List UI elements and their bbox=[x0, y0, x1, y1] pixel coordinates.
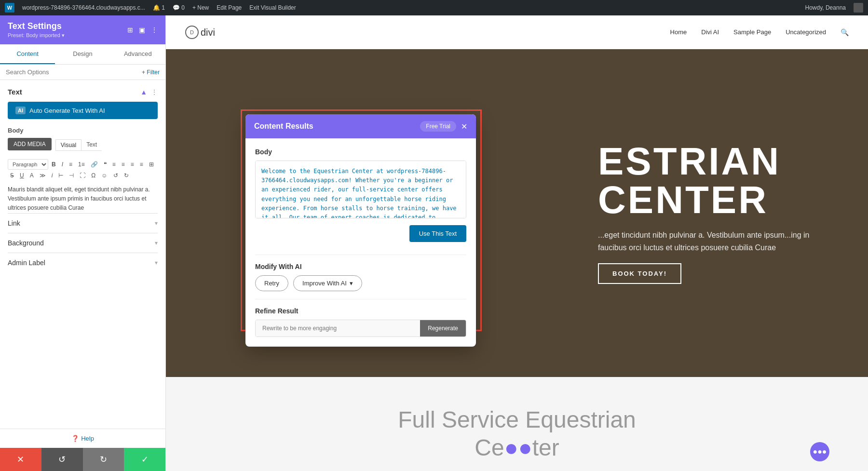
content-area: D divi Home Divi AI Sample Page Uncatego… bbox=[166, 15, 868, 471]
regenerate-button[interactable]: Regenerate bbox=[420, 320, 466, 336]
howdy-text: Howdy, Deanna bbox=[805, 4, 846, 11]
ai-chat-bubble[interactable]: ●●● bbox=[810, 442, 829, 461]
table-button[interactable]: ⊞ bbox=[147, 159, 156, 170]
save-button[interactable]: ✓ bbox=[124, 448, 165, 471]
modal-body-label: Body bbox=[255, 148, 466, 156]
italic2-button[interactable]: i bbox=[49, 171, 55, 180]
ai-badge-icon: AI bbox=[15, 107, 26, 114]
indent-button[interactable]: ⊢ bbox=[56, 171, 66, 180]
body-label: Body bbox=[8, 127, 158, 134]
tab-design[interactable]: Design bbox=[55, 44, 110, 64]
help-link[interactable]: ❓ Help bbox=[8, 435, 158, 442]
quote-button[interactable]: ❝ bbox=[101, 159, 109, 170]
exit-builder-link[interactable]: Exit Visual Builder bbox=[249, 4, 296, 11]
redo-button[interactable]: ↻ bbox=[122, 171, 131, 180]
improve-label: Improve With AI bbox=[302, 280, 347, 287]
section-collapse-icon[interactable]: ▲ bbox=[140, 88, 147, 96]
modal-divider bbox=[255, 255, 466, 255]
emoji-button[interactable]: ☺ bbox=[99, 171, 109, 180]
help-icon: ❓ bbox=[71, 435, 79, 442]
undo-icon: ↺ bbox=[58, 454, 66, 465]
message-count: 💬 0 bbox=[173, 4, 185, 11]
unordered-list-button[interactable]: ≡ bbox=[67, 159, 75, 170]
use-this-text-button[interactable]: Use This Text bbox=[409, 225, 466, 242]
ordered-list-button[interactable]: 1≡ bbox=[76, 159, 87, 170]
ai-generated-text-area[interactable]: Welcome to the Equestrian Center at word… bbox=[255, 161, 466, 218]
link-button[interactable]: 🔗 bbox=[88, 159, 100, 170]
bold-button[interactable]: B bbox=[49, 159, 58, 170]
nav-link-home[interactable]: Home bbox=[670, 28, 687, 36]
search-icon[interactable]: 🔍 bbox=[841, 28, 849, 36]
link-section[interactable]: Link ▾ bbox=[8, 213, 158, 233]
align-left-button[interactable]: ≡ bbox=[110, 159, 118, 170]
nav-link-uncategorized[interactable]: Uncategorized bbox=[786, 28, 826, 36]
search-input[interactable] bbox=[6, 68, 138, 76]
align-right-button[interactable]: ≡ bbox=[128, 159, 136, 170]
tab-visual[interactable]: Visual bbox=[55, 139, 81, 150]
italic-button[interactable]: I bbox=[59, 159, 66, 170]
modal-header-right: Free Trial ✕ bbox=[420, 121, 467, 132]
align-center-button[interactable]: ≡ bbox=[119, 159, 127, 170]
divi-logo: D divi bbox=[185, 26, 215, 39]
modal-header: Content Results Free Trial ✕ bbox=[245, 114, 476, 138]
new-content-link[interactable]: + New bbox=[192, 4, 209, 11]
modify-buttons: Retry Improve With AI ▾ bbox=[255, 275, 466, 291]
strikethrough-button[interactable]: S̶ bbox=[8, 171, 16, 180]
ai-generate-button[interactable]: AI Auto Generate Text With AI bbox=[8, 102, 158, 119]
tab-text[interactable]: Text bbox=[81, 139, 102, 150]
background-section[interactable]: Background ▾ bbox=[8, 233, 158, 253]
editor-toolbar: Paragraph B I ≡ 1≡ 🔗 ❝ ≡ ≡ ≡ ≡ ⊞ S̶ U A … bbox=[8, 159, 158, 180]
admin-label-section[interactable]: Admin Label ▾ bbox=[8, 253, 158, 272]
tab-advanced[interactable]: Advanced bbox=[110, 44, 165, 64]
wp-logo-icon[interactable]: W bbox=[5, 3, 14, 13]
undo-button[interactable]: ↺ bbox=[111, 171, 121, 180]
more-toolbar-button[interactable]: ≫ bbox=[37, 171, 48, 180]
filter-button[interactable]: + Filter bbox=[142, 69, 160, 76]
refine-input-row: Regenerate bbox=[255, 320, 466, 337]
layout-icon[interactable]: ▣ bbox=[139, 26, 145, 34]
redo-button[interactable]: ↻ bbox=[83, 448, 124, 471]
search-bar: + Filter bbox=[0, 65, 165, 80]
help-label: Help bbox=[81, 435, 94, 442]
more-icon[interactable]: ⋮ bbox=[151, 26, 158, 34]
tab-content[interactable]: Content bbox=[0, 44, 55, 64]
sidebar-tabs: Content Design Advanced bbox=[0, 44, 165, 65]
color-button[interactable]: A bbox=[27, 171, 36, 180]
content-results-modal: Content Results Free Trial ✕ Body Welcom… bbox=[245, 114, 476, 347]
book-button[interactable]: BOOK TODAY! bbox=[598, 263, 681, 284]
refine-input[interactable] bbox=[256, 320, 420, 336]
sidebar-header: Text Settings Preset: Body imported ▾ ⊞ … bbox=[0, 15, 165, 44]
site-name: wordpress-784896-3766464.cloudwaysapps.c… bbox=[22, 4, 145, 11]
cancel-button[interactable]: ✕ bbox=[0, 448, 41, 471]
body-text-content: Mauris blandit aliquet elit, eget tincid… bbox=[8, 185, 158, 213]
undo-button[interactable]: ↺ bbox=[41, 448, 83, 471]
settings-sidebar: Text Settings Preset: Body imported ▾ ⊞ … bbox=[0, 15, 166, 471]
section-menu-icon[interactable]: ⋮ bbox=[151, 88, 158, 96]
logo-circle-icon: D bbox=[185, 26, 199, 39]
underline-button[interactable]: U bbox=[17, 171, 27, 180]
admin-label-section-label: Admin Label bbox=[8, 259, 45, 267]
logo-text: divi bbox=[201, 27, 215, 38]
hero-text: ESTRIANCENTER ...eget tincidunt nibh pul… bbox=[598, 142, 839, 284]
below-hero-title: Full Service EquestrianCe●●ter bbox=[195, 406, 839, 461]
edit-page-link[interactable]: Edit Page bbox=[217, 4, 242, 11]
text-section-title: Text bbox=[8, 88, 22, 96]
align-justify-button[interactable]: ≡ bbox=[137, 159, 146, 170]
nav-link-divi-ai[interactable]: Divi AI bbox=[701, 28, 719, 36]
fullscreen-button[interactable]: ⛶ bbox=[77, 171, 88, 180]
special-char-button[interactable]: Ω bbox=[89, 171, 98, 180]
add-media-button[interactable]: ADD MEDIA bbox=[8, 138, 52, 150]
nav-link-sample-page[interactable]: Sample Page bbox=[733, 28, 771, 36]
background-section-label: Background bbox=[8, 239, 44, 247]
admin-avatar bbox=[854, 3, 863, 13]
chat-icon: ●●● bbox=[813, 447, 827, 456]
improve-with-ai-button[interactable]: Improve With AI ▾ bbox=[293, 275, 362, 291]
retry-button[interactable]: Retry bbox=[255, 275, 288, 291]
free-trial-badge: Free Trial bbox=[420, 121, 456, 132]
outdent-button[interactable]: ⊣ bbox=[67, 171, 76, 180]
admin-label-section-arrow-icon: ▾ bbox=[155, 259, 158, 266]
settings-icon[interactable]: ⊞ bbox=[127, 26, 133, 34]
modal-close-button[interactable]: ✕ bbox=[461, 122, 467, 131]
paragraph-selector[interactable]: Paragraph bbox=[8, 159, 48, 170]
modify-section: Modify With AI Retry Improve With AI ▾ bbox=[255, 263, 466, 291]
